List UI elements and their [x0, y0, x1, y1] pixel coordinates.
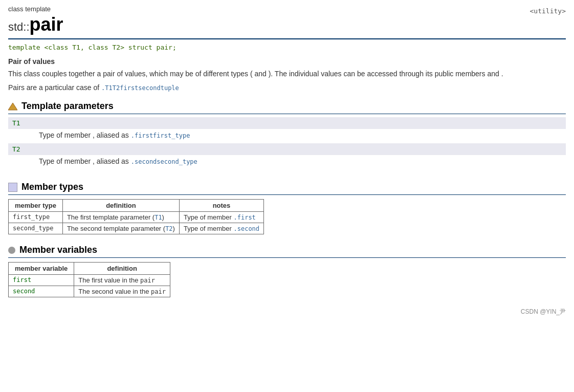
template-parameters-section-header: Template parameters: [8, 101, 566, 114]
pair-of-values-heading: Pair of values: [8, 57, 566, 66]
param-desc-t2: Type of member , aliased as .secondsecon…: [8, 155, 566, 167]
param-name-t2: T2: [8, 143, 566, 155]
member-types-icon: [8, 183, 17, 192]
svg-marker-0: [8, 103, 17, 110]
mv-first: first: [9, 275, 74, 286]
def-second: The second template parameter (T2): [62, 223, 179, 234]
notes-first: Type of member .first: [179, 212, 263, 223]
pairs-line: Pairs are a particular case of .T1T2firs…: [8, 83, 566, 92]
class-label: class template: [8, 5, 566, 13]
template-parameters-table: T1 Type of member , aliased as .firstfir…: [8, 117, 566, 167]
footer-credit: CSDN @YIN_尹: [8, 308, 566, 316]
member-type-second: second_type: [9, 223, 63, 234]
col-member-variable: member variable: [9, 263, 74, 275]
table-row: second The second value in the pair: [9, 286, 170, 297]
member-variables-table: member variable definition first The fir…: [8, 262, 170, 297]
notes-first-mono: .first: [233, 214, 255, 221]
member-types-table: member type definition notes first_type …: [8, 199, 264, 234]
member-variables-section-header: Member variables: [8, 245, 566, 258]
param-name-t1: T1: [8, 117, 566, 129]
template-parameters-heading: Template parameters: [21, 101, 114, 112]
member-types-heading: Member types: [21, 182, 83, 192]
member-variables-icon: [8, 247, 15, 254]
col-member-type: member type: [9, 200, 63, 212]
table-row: first_type The first template parameter …: [9, 212, 264, 223]
pair-description: This class couples together a pair of va…: [8, 69, 566, 79]
header-divider: [8, 38, 566, 39]
table-row: second_type The second template paramete…: [9, 223, 264, 234]
col-mv-definition: definition: [74, 263, 170, 275]
param-desc-t1: Type of member , aliased as .firstfirst_…: [8, 129, 566, 141]
col-notes: notes: [179, 200, 263, 212]
template-signature: template <class T1, class T2> struct pai…: [8, 43, 566, 51]
main-title: std::pair: [8, 14, 566, 35]
param-row-t2: T2 Type of member , aliased as .secondse…: [8, 143, 566, 167]
def-first: The first template parameter (T1): [62, 212, 179, 223]
utility-ref: <utility>: [530, 7, 566, 15]
template-icon: [8, 102, 17, 111]
mv-second: second: [9, 286, 74, 297]
title-prefix: std::: [8, 20, 30, 33]
pairs-mono: .T1T2firstsecondtuple: [101, 84, 179, 92]
mv-first-def: The first value in the pair: [74, 275, 170, 286]
notes-second-mono: .second: [233, 225, 259, 232]
param-t2-mono: .secondsecond_type: [131, 158, 197, 165]
param-t1-mono: .firstfirst_type: [131, 132, 190, 139]
table-row: first The first value in the pair: [9, 275, 170, 286]
title-main: pair: [30, 14, 63, 35]
member-variables-heading: Member variables: [19, 245, 97, 255]
col-definition: definition: [62, 200, 179, 212]
notes-second: Type of member .second: [179, 223, 263, 234]
mv-second-def: The second value in the pair: [74, 286, 170, 297]
member-type-first: first_type: [9, 212, 63, 223]
param-row-t1: T1 Type of member , aliased as .firstfir…: [8, 117, 566, 141]
member-types-section-header: Member types: [8, 182, 566, 195]
